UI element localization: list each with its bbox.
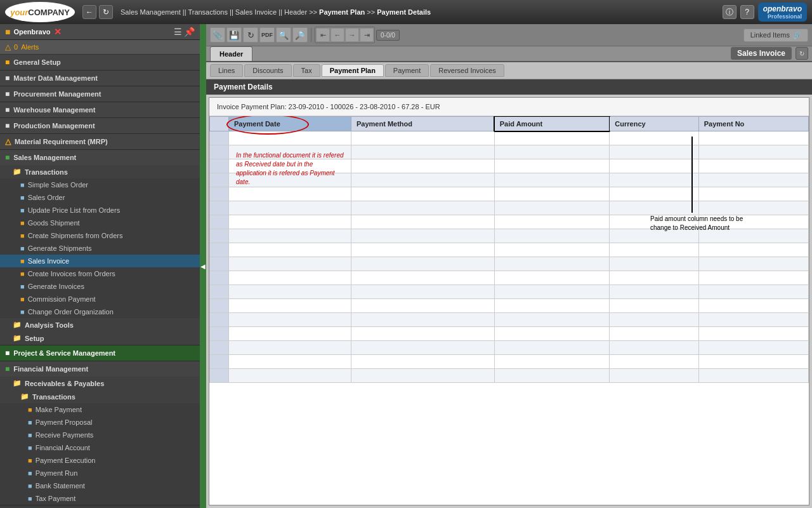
subtab-lines[interactable]: Lines (210, 64, 243, 77)
financial-account-label: Financial Account (36, 444, 90, 451)
subtab-tax[interactable]: Tax (293, 64, 320, 77)
sidebar-item-make-payment[interactable]: ■ Make Payment (0, 403, 200, 416)
sidebar-item-payment-proposal[interactable]: ■ Payment Proposal (0, 416, 200, 429)
col-paid-amount[interactable]: Paid Amount (494, 117, 610, 131)
table-row[interactable] (210, 243, 809, 257)
sidebar-item-production[interactable]: ■ Production Management (0, 118, 200, 133)
sidebar-scroll[interactable]: ■ General Setup ■ Master Data Management… (0, 55, 200, 508)
sidebar-item-change-order-org[interactable]: ■ Change Order Organization (0, 305, 200, 318)
payment-proposal-label: Payment Proposal (36, 418, 93, 426)
table-row[interactable] (210, 145, 809, 159)
nav-arrows: ← ↻ (82, 5, 113, 19)
toolbar-prev-button[interactable]: ← (331, 28, 344, 42)
toolbar-search-button[interactable]: 🔍 (276, 27, 291, 43)
section-project-service: ■ Project & Service Management (0, 345, 200, 361)
sidebar-item-create-shipments[interactable]: ■ Create Shipments from Orders (0, 229, 200, 242)
topbar: your COMPANY ← ↻ Sales Management || Tra… (0, 0, 812, 24)
table-row[interactable] (210, 285, 809, 299)
sidebar-item-setup[interactable]: 📁 Setup (0, 331, 200, 345)
sidebar-item-financial-management[interactable]: ■ Financial Management (0, 361, 200, 377)
toolbar-save-button[interactable]: 💾 (226, 27, 242, 43)
table-row[interactable] (210, 159, 809, 173)
invoice-payment-plan-value: 23-09-2010 - 100026 - 23-08-2010 - 67.28… (289, 103, 440, 110)
sidebar-item-simple-sales-order[interactable]: ■ Simple Sales Order (0, 178, 200, 191)
table-row[interactable] (210, 271, 809, 285)
sidebar-item-update-price-list[interactable]: ■ Update Price List from Orders (0, 204, 200, 217)
table-row[interactable] (210, 201, 809, 215)
sidebar-item-sales-order[interactable]: ■ Sales Order (0, 191, 200, 204)
sidebar-item-fin-transactions[interactable]: 📁 Transactions (0, 390, 200, 403)
sidebar-menu-button[interactable]: ☰ (174, 27, 182, 37)
sidebar-item-payment-run[interactable]: ■ Payment Run (0, 467, 200, 479)
help-button[interactable]: ? (740, 5, 754, 19)
table-row[interactable] (210, 313, 809, 327)
subtab-payment-plan[interactable]: Payment Plan (322, 64, 384, 77)
subtab-reversed-invoices[interactable]: Reversed Invoices (430, 64, 504, 77)
col-currency[interactable]: Currency (610, 117, 698, 131)
sidebar-pin-button[interactable]: 📌 (184, 27, 195, 37)
sidebar-item-material-req[interactable]: △ Material Requirement (MRP) (0, 134, 200, 149)
toolbar-next-button[interactable]: → (345, 28, 359, 42)
info-button[interactable]: ⓘ (723, 5, 737, 19)
section-procurement: ■ Procurement Management (0, 86, 200, 102)
sidebar-item-payment-execution[interactable]: ■ Payment Execution (0, 454, 200, 467)
sidebar-item-bank-statement[interactable]: ■ Bank Statement (0, 479, 200, 492)
col-payment-method[interactable]: Payment Method (351, 117, 495, 131)
table-row[interactable] (210, 215, 809, 229)
toolbar-first-button[interactable]: ⇤ (316, 28, 330, 42)
goods-shipment-label: Goods Shipment (28, 219, 80, 227)
table-row[interactable] (210, 229, 809, 243)
sidebar-item-create-invoices[interactable]: ■ Create Invoices from Orders (0, 267, 200, 280)
sidebar-item-project-service[interactable]: ■ Project & Service Management (0, 345, 200, 361)
create-shipments-icon: ■ (20, 232, 25, 239)
sales-management-icon: ■ (5, 153, 10, 162)
sidebar-item-general-setup[interactable]: ■ General Setup (0, 55, 200, 70)
tab-refresh-button[interactable]: ↻ (796, 47, 808, 60)
toolbar-pdf-button[interactable]: PDF (259, 27, 275, 43)
sidebar-item-generate-shipments[interactable]: ■ Generate Shipments (0, 242, 200, 255)
sidebar-item-financial-account[interactable]: ■ Financial Account (0, 441, 200, 454)
table-row[interactable] (210, 187, 809, 201)
toolbar-attach-button[interactable]: 📎 (210, 27, 225, 43)
table-row[interactable] (210, 131, 809, 145)
table-row[interactable] (210, 299, 809, 313)
payment-table[interactable]: Payment Date Payment Method Paid Amount (209, 116, 809, 383)
sidebar-item-tax-payment[interactable]: ■ Tax Payment (0, 492, 200, 505)
toolbar-undo-button[interactable]: ↻ (243, 27, 258, 43)
logo[interactable]: your COMPANY (5, 2, 75, 22)
toolbar-nav-group: ⇤ ← → ⇥ (315, 27, 375, 43)
sidebar-item-generate-invoices[interactable]: ■ Generate Invoices (0, 280, 200, 293)
toolbar-zoom-button[interactable]: 🔎 (292, 27, 308, 43)
table-row[interactable] (210, 369, 809, 383)
subtab-payment[interactable]: Payment (385, 64, 429, 77)
sidebar-item-commission-payment[interactable]: ■ Commission Payment (0, 293, 200, 305)
create-invoices-icon: ■ (20, 270, 25, 277)
sidebar-item-receive-payments[interactable]: ■ Receive Payments (0, 429, 200, 441)
col-payment-date[interactable]: Payment Date (229, 117, 351, 131)
bank-statement-icon: ■ (28, 482, 32, 490)
sidebar-item-analysis-tools[interactable]: 📁 Analysis Tools (0, 318, 200, 331)
table-row[interactable] (210, 341, 809, 355)
sidebar-item-receivables-payables[interactable]: 📁 Receivables & Payables (0, 377, 200, 390)
toolbar-last-button[interactable]: ⇥ (360, 28, 374, 42)
sidebar-item-sales-invoice[interactable]: ■ Sales Invoice (0, 255, 200, 267)
project-service-icon: ■ (5, 349, 10, 358)
sidebar-item-warehouse[interactable]: ■ Warehouse Management (0, 102, 200, 117)
sidebar-item-goods-shipment[interactable]: ■ Goods Shipment (0, 217, 200, 229)
sidebar-item-transactions[interactable]: 📁 Transactions (0, 165, 200, 178)
sidebar-item-master-data[interactable]: ■ Master Data Management (0, 70, 200, 86)
linked-items-button[interactable]: Linked Items 🔗 (743, 29, 808, 42)
col-payment-no[interactable]: Payment No (698, 117, 808, 131)
sidebar-collapse-handle[interactable]: ◀ (200, 24, 206, 508)
table-row[interactable] (210, 173, 809, 187)
sidebar-item-procurement[interactable]: ■ Procurement Management (0, 86, 200, 102)
table-row[interactable] (210, 355, 809, 369)
table-row[interactable] (210, 257, 809, 271)
refresh-button[interactable]: ↻ (99, 5, 113, 19)
tab-header[interactable]: Header (210, 46, 252, 61)
sidebar-close-button[interactable]: ✕ (54, 27, 62, 37)
table-row[interactable] (210, 327, 809, 341)
back-button[interactable]: ← (82, 5, 96, 19)
sidebar-item-sales-management[interactable]: ■ Sales Management (0, 150, 200, 165)
subtab-discounts[interactable]: Discounts (244, 64, 291, 77)
